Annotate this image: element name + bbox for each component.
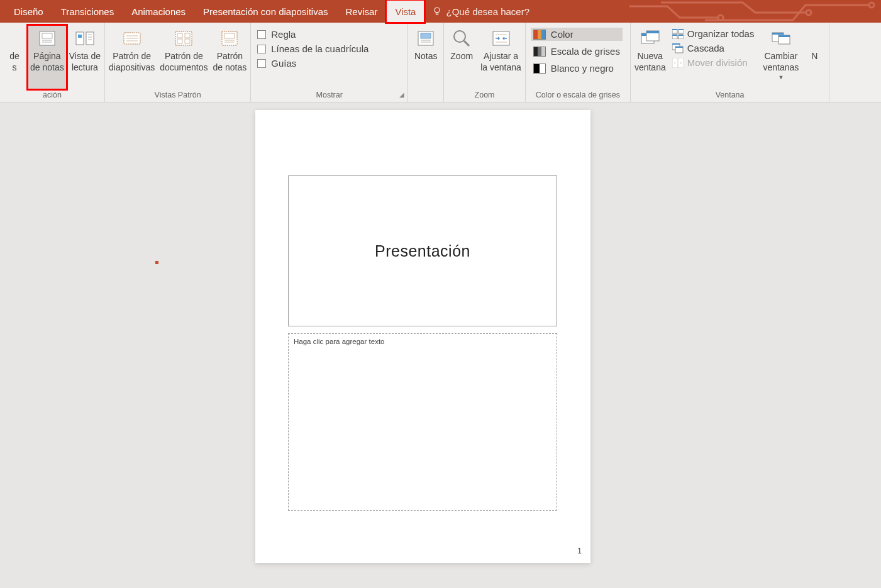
grayscale-button[interactable]: Escala de grises [531, 45, 623, 58]
tab-review[interactable]: Revisar [337, 0, 387, 23]
group-color-grayscale: Color Escala de grises Blanco y negro Co… [526, 23, 631, 102]
svg-rect-9 [76, 32, 84, 45]
color-swatch-icon [533, 30, 546, 40]
svg-rect-50 [672, 43, 680, 45]
notes-button[interactable]: Notas [409, 25, 442, 89]
new-window-icon [640, 29, 661, 48]
chevron-down-icon: ▼ [778, 74, 784, 82]
ribbon-tabs: Diseño Transiciones Animaciones Presenta… [0, 0, 881, 23]
partial-button-right-label: N [811, 50, 817, 62]
tab-slideshow[interactable]: Presentación con diapositivas [194, 0, 336, 23]
notes-page-button[interactable]: Página de notas [28, 25, 67, 89]
move-split-button: Mover división [671, 57, 756, 69]
notes-icon [415, 29, 436, 48]
tab-animations[interactable]: Animaciones [123, 0, 194, 23]
svg-point-2 [718, 15, 723, 20]
svg-rect-10 [86, 32, 94, 45]
notes-page-view[interactable]: Presentación Haga clic para agregar text… [255, 110, 590, 563]
svg-line-33 [464, 41, 469, 46]
cascade-icon [672, 43, 684, 53]
checkbox-icon [257, 45, 266, 53]
fit-to-window-icon [490, 29, 512, 48]
lightbulb-icon [432, 6, 442, 16]
fit-to-window-label: Ajustar a la ventana [480, 50, 521, 73]
group-show-label: Mostrar ◢ [252, 89, 406, 102]
notes-placeholder-text: Haga clic para agregar texto [294, 338, 551, 345]
tab-design[interactable]: Diseño [5, 0, 52, 23]
svg-rect-56 [772, 33, 784, 35]
color-button[interactable]: Color [531, 28, 623, 41]
svg-rect-11 [78, 35, 82, 38]
group-window: Nueva ventana Organizar todas Cascada Mo… [631, 23, 829, 102]
ruler-checkbox[interactable]: Regla [257, 29, 368, 40]
svg-rect-1 [436, 13, 438, 14]
color-label: Color [551, 29, 573, 40]
new-window-label: Nueva ventana [634, 50, 666, 73]
dialog-launcher-icon[interactable]: ◢ [399, 91, 404, 98]
circuit-decoration [629, 0, 881, 23]
zoom-button[interactable]: Zoom [445, 25, 478, 89]
svg-rect-46 [679, 29, 684, 30]
gridlines-checkbox[interactable]: Líneas de la cuadrícula [257, 43, 368, 54]
bw-swatch-icon [533, 64, 546, 74]
slide-thumbnail[interactable]: Presentación [288, 175, 557, 326]
group-window-label: Ventana [632, 89, 828, 102]
svg-rect-40 [646, 31, 659, 33]
group-master-views: Patrón de diapositivas Patrón de documen… [105, 23, 251, 102]
tab-transitions[interactable]: Transiciones [52, 0, 123, 23]
ribbon: de s Página de notas Vista de lectura ac… [0, 23, 881, 103]
ruler-label: Regla [271, 29, 296, 40]
arrange-all-icon [672, 29, 684, 39]
cascade-button[interactable]: Cascada [671, 42, 756, 54]
group-notes: Notas [408, 23, 444, 102]
partial-button-left[interactable]: de s [1, 25, 28, 89]
switch-windows-button[interactable]: Cambiar ventanas ▼ [760, 25, 801, 89]
arrange-all-button[interactable]: Organizar todas [671, 28, 756, 40]
checkbox-icon [257, 59, 266, 68]
slide-master-label: Patrón de diapositivas [109, 50, 155, 73]
arrange-all-label: Organizar todas [687, 28, 755, 39]
move-split-icon [672, 58, 684, 68]
group-master-views-label: Vistas Patrón [106, 89, 249, 102]
svg-point-4 [869, 3, 874, 8]
svg-rect-29 [421, 33, 431, 38]
slide-master-button[interactable]: Patrón de diapositivas [106, 25, 157, 89]
reading-view-button[interactable]: Vista de lectura [67, 25, 103, 89]
group-notes-label [409, 89, 442, 102]
notes-master-label: Patrón de notas [213, 50, 247, 73]
svg-rect-34 [493, 31, 509, 45]
svg-point-3 [806, 10, 811, 15]
handout-master-icon [173, 29, 194, 48]
zoom-label: Zoom [450, 50, 473, 62]
workspace: Presentación Haga clic para agregar text… [0, 103, 881, 588]
handout-master-button[interactable]: Patrón de documentos [157, 25, 210, 89]
new-window-button[interactable]: Nueva ventana [632, 25, 668, 89]
checkbox-icon [257, 30, 266, 39]
svg-rect-47 [672, 35, 677, 36]
group-zoom-label: Zoom [445, 89, 524, 102]
svg-rect-48 [679, 35, 684, 36]
notes-master-button[interactable]: Patrón de notas [211, 25, 250, 89]
fit-to-window-button[interactable]: Ajustar a la ventana [478, 25, 524, 89]
notes-page-label: Página de notas [30, 50, 64, 73]
black-white-label: Blanco y negro [551, 63, 614, 74]
notes-text-box[interactable]: Haga clic para agregar texto [288, 333, 557, 511]
zoom-icon [451, 29, 472, 48]
partial-button-label: de s [9, 50, 19, 73]
svg-rect-45 [672, 29, 677, 30]
guides-checkbox[interactable]: Guías [257, 58, 368, 69]
tell-me-search[interactable]: ¿Qué desea hacer? [432, 0, 529, 23]
partial-button-right[interactable]: N [801, 25, 828, 89]
group-presentation-views-label: ación [1, 89, 103, 102]
black-white-button[interactable]: Blanco y negro [531, 62, 623, 75]
switch-windows-icon [770, 29, 792, 48]
group-zoom: Zoom Ajustar a la ventana Zoom [444, 23, 526, 102]
move-split-label: Mover división [687, 57, 748, 68]
notes-page-icon [36, 29, 58, 48]
svg-point-32 [454, 31, 465, 42]
tab-view[interactable]: Vista [386, 0, 424, 23]
cascade-label: Cascada [687, 43, 724, 53]
group-color-label: Color o escala de grises [527, 89, 629, 102]
svg-rect-52 [675, 47, 683, 48]
slide-master-icon [121, 29, 143, 48]
